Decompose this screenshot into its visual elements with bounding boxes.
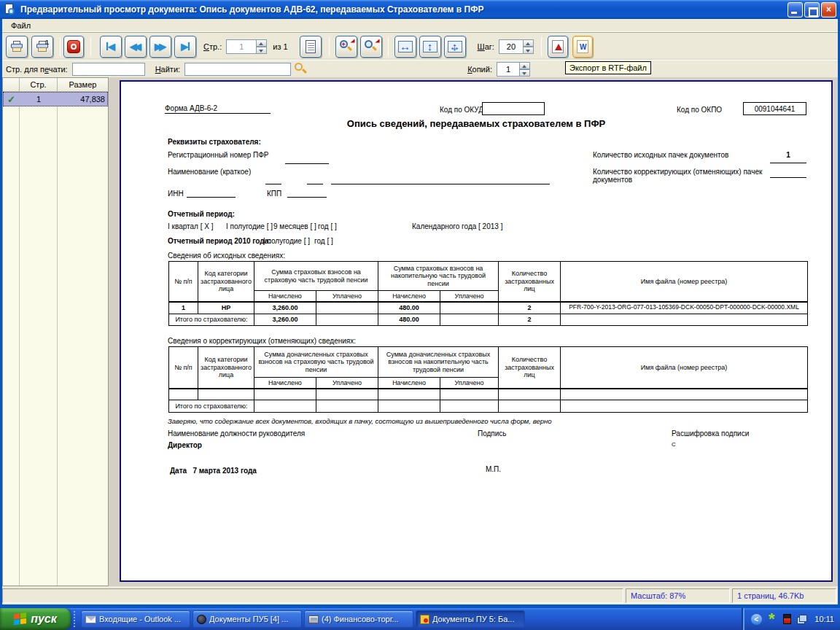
export-pdf-button[interactable] <box>548 36 568 58</box>
page-list-row[interactable]: ✓ 1 47,838 <box>3 92 108 106</box>
reg-number-underline <box>285 163 329 164</box>
copies-spin-up-button[interactable] <box>520 62 530 69</box>
first-page-button[interactable]: ◀ <box>100 36 122 58</box>
th-category: Код категории застрахованного лица <box>198 262 254 302</box>
last-page-icon <box>188 42 190 50</box>
taskbar-grip[interactable] <box>74 611 78 627</box>
copies-input[interactable] <box>497 62 520 77</box>
system-tray: < * 10:11 <box>742 608 840 630</box>
windows-flag-icon <box>14 612 27 626</box>
form-label: Форма АДВ-6-2 <box>165 104 271 114</box>
fit-page-button[interactable]: ↔ ↕ <box>444 36 466 58</box>
zoom-in-button[interactable]: + <box>335 36 357 58</box>
cell-fund-accrued: 480.00 <box>378 302 440 314</box>
next-page-icon: ▶▶ <box>155 42 166 51</box>
th-accrued: Начислено <box>378 291 440 302</box>
tray-flower-icon[interactable]: * <box>766 613 777 625</box>
page-spinner-label: Стр.: <box>203 42 222 51</box>
step-spin-down-button[interactable] <box>524 47 534 54</box>
th-num: № п/п <box>169 347 198 389</box>
fit-width-icon: ↔ <box>398 41 413 52</box>
fit-height-button[interactable]: ↕ <box>419 36 441 58</box>
check-column-header[interactable] <box>3 78 20 91</box>
correcting-info-table: № п/п Код категории застрахованного лица… <box>168 346 808 413</box>
minimize-button[interactable] <box>788 2 803 18</box>
task-finance[interactable]: (4) Финансово-торг... <box>304 610 413 628</box>
task-outlook[interactable]: Входящие - Outlook ... <box>81 610 190 628</box>
stop-icon <box>67 40 80 53</box>
th-category: Код категории застрахованного лица <box>198 347 254 389</box>
previous-page-button[interactable]: ◀◀ <box>125 36 147 58</box>
attestation-text: Заверяю, что содержание всех документов,… <box>168 417 551 425</box>
kpp-label: КПП <box>267 190 281 198</box>
th-insurance-part: Сумма доначисленных страховых взносов на… <box>254 347 378 378</box>
period-q1: I квартал [ X ] <box>168 222 213 230</box>
page-number-input[interactable] <box>226 39 257 54</box>
printer-one-icon: 1 <box>36 41 49 52</box>
cell-num: 1 <box>169 302 198 314</box>
find-label: Найти: <box>155 65 180 74</box>
total-count: 2 <box>499 314 561 326</box>
step-input[interactable] <box>499 39 524 54</box>
th-accrued: Начислено <box>254 291 316 302</box>
close-button[interactable]: × <box>821 2 836 18</box>
period-header: Отчетный период: <box>168 210 235 218</box>
size-column-header[interactable]: Размер <box>58 78 108 91</box>
print-button[interactable] <box>6 36 28 58</box>
restore-button[interactable] <box>804 2 820 18</box>
total-label: Итого по страхователю: <box>169 400 254 413</box>
table-total-row: Итого по страхователю: <box>169 400 808 413</box>
thumbnails-panel-button[interactable] <box>300 36 322 58</box>
page-spin-up-button[interactable] <box>257 39 267 47</box>
page-number-spinner[interactable] <box>226 39 267 54</box>
th-accrued: Начислено <box>378 378 440 389</box>
th-paid: Уплачено <box>440 378 499 389</box>
fit-width-button[interactable]: ↔ <box>394 36 416 58</box>
stop-button[interactable] <box>63 36 84 58</box>
outlook-icon <box>85 615 96 623</box>
print-current-page-button[interactable]: 1 <box>31 36 53 58</box>
copies-spinner[interactable] <box>497 62 530 77</box>
hide-icons-button[interactable]: < <box>750 613 762 625</box>
print-pages-input[interactable] <box>72 63 145 76</box>
copies-label: Копий: <box>467 65 492 74</box>
okud-value-box <box>482 102 545 115</box>
export-rtf-button[interactable] <box>572 36 593 58</box>
toolbar-search: Стр. для печати: Найти: Копий: <box>2 60 838 77</box>
task-documents-pu5-bases[interactable]: Документы ПУ 5: Ба... <box>416 610 525 628</box>
search-icon[interactable] <box>294 62 308 77</box>
task-documents-pu5[interactable]: Документы ПУ5 [4] ... <box>192 610 302 628</box>
zoom-out-button[interactable] <box>360 36 382 58</box>
menu-file[interactable]: Файл <box>7 20 35 31</box>
signature-decode-label: Расшифровка подписи <box>672 429 749 438</box>
period-calendar: Календарного года [ 2013 ] <box>412 222 502 230</box>
th-paid: Уплачено <box>440 291 499 302</box>
step-spinner[interactable] <box>499 39 534 54</box>
next-page-button[interactable]: ▶▶ <box>149 36 171 58</box>
toolbar-separator <box>60 37 61 56</box>
find-input[interactable] <box>184 63 291 76</box>
date-line: Дата 7 марта 2013 года <box>170 467 257 475</box>
page-thumbnail-icon <box>306 40 316 53</box>
copies-spin-down-button[interactable] <box>520 69 530 77</box>
total-fund-accrued: 480.00 <box>378 314 440 326</box>
tray-network-icon[interactable] <box>796 613 808 625</box>
step-spin-up-button[interactable] <box>524 39 534 47</box>
tray-clock: 10:11 <box>814 615 834 623</box>
initial-info-table: № п/п Код категории застрахованного лица… <box>168 261 808 326</box>
th-paid: Уплачено <box>316 378 378 389</box>
page-column-header[interactable]: Стр. <box>20 78 58 91</box>
period-2010-year: год [ ] <box>314 237 333 245</box>
th-insured-count: Количество застрахованных лиц <box>499 262 561 302</box>
name-underline-1 <box>265 184 281 184</box>
tray-alert-icon[interactable] <box>781 613 793 625</box>
start-button[interactable]: пуск <box>0 608 71 630</box>
period-h1: I полугодие [ ] <box>226 222 273 230</box>
document-preview-area[interactable]: Форма АДВ-6-2 Код по ОКУД Код по ОКПО 00… <box>109 77 838 586</box>
page-spin-down-button[interactable] <box>257 47 267 54</box>
column-divider <box>57 78 58 586</box>
toolbar-separator <box>90 37 91 56</box>
th-paid: Уплачено <box>316 291 378 302</box>
last-page-button[interactable]: ▶ <box>174 36 196 58</box>
th-funded-part: Сумма доначисленных страховых взносов на… <box>378 347 499 378</box>
